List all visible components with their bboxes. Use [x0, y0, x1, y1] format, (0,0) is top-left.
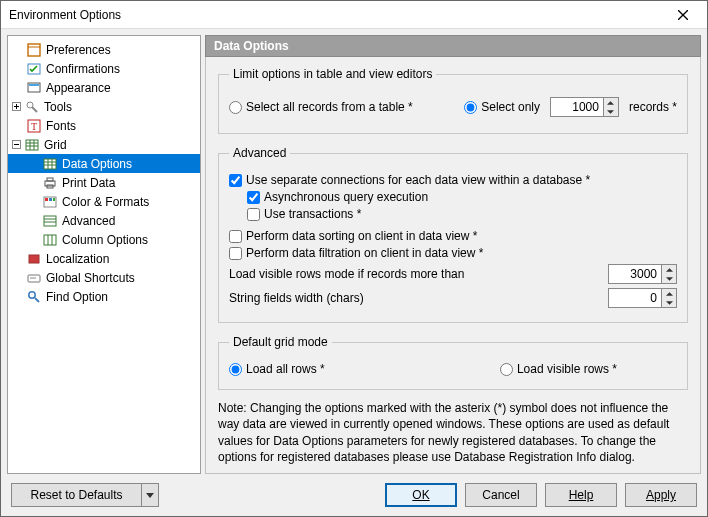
check-label: Use transactions *	[264, 207, 361, 221]
tree-label: Print Data	[62, 176, 115, 190]
spin-down[interactable]	[662, 298, 676, 307]
advanced-icon	[42, 213, 58, 229]
radio-load-visible-rows[interactable]: Load visible rows *	[500, 362, 617, 376]
window-title: Environment Options	[9, 8, 663, 22]
close-icon	[678, 10, 688, 20]
expander-icon[interactable]	[10, 139, 22, 151]
reset-to-defaults-splitbutton[interactable]: Reset to Defaults	[11, 483, 159, 507]
spin-up[interactable]	[604, 98, 618, 107]
check-sort-client[interactable]: Perform data sorting on client in data v…	[229, 229, 477, 243]
svg-rect-17	[47, 178, 53, 181]
check-label: Use separate connections for each data v…	[246, 173, 590, 187]
tree-item-localization[interactable]: Localization	[8, 249, 200, 268]
tree-item-column-options[interactable]: Column Options	[8, 230, 200, 249]
data-options-icon	[42, 156, 58, 172]
spin-down[interactable]	[604, 107, 618, 116]
button-label: Reset to Defaults	[30, 488, 122, 502]
appearance-icon	[26, 80, 42, 96]
spin-up[interactable]	[662, 289, 676, 298]
svg-point-27	[30, 277, 32, 279]
tree-item-tools[interactable]: Tools	[8, 97, 200, 116]
check-input[interactable]	[247, 208, 260, 221]
string-width-value[interactable]	[609, 289, 661, 307]
records-suffix: records *	[629, 100, 677, 114]
check-use-separate-connections[interactable]: Use separate connections for each data v…	[229, 173, 590, 187]
select-only-value[interactable]	[551, 98, 603, 116]
tree-label: Confirmations	[46, 62, 120, 76]
radio-label: Select only	[481, 100, 540, 114]
tree-label: Data Options	[62, 157, 132, 171]
asterisk-note: Note: Changing the options marked with t…	[218, 400, 688, 465]
radio-load-all-rows[interactable]: Load all rows *	[229, 362, 325, 376]
confirmations-icon	[26, 61, 42, 77]
limit-legend: Limit options in table and view editors	[229, 67, 436, 81]
check-async-query[interactable]: Asynchronous query execution	[247, 190, 428, 204]
button-label: Help	[569, 488, 594, 502]
spin-down[interactable]	[662, 274, 676, 283]
load-rows-spin[interactable]	[608, 264, 677, 284]
tree-item-data-options[interactable]: Data Options	[8, 154, 200, 173]
tree-label: Appearance	[46, 81, 111, 95]
radio-select-only-input[interactable]	[464, 101, 477, 114]
page-title: Data Options	[205, 35, 701, 57]
content-pane: Data Options Limit options in table and …	[205, 35, 701, 474]
expander-icon[interactable]	[10, 101, 22, 113]
titlebar: Environment Options	[1, 1, 707, 29]
tree-label: Localization	[46, 252, 109, 266]
check-filter-client[interactable]: Perform data filtration on client in dat…	[229, 246, 483, 260]
help-button[interactable]: Help	[545, 483, 617, 507]
tree-item-print-data[interactable]: Print Data	[8, 173, 200, 192]
tree-item-color-formats[interactable]: Color & Formats	[8, 192, 200, 211]
gridmode-legend: Default grid mode	[229, 335, 332, 349]
close-button[interactable]	[663, 3, 703, 27]
default-grid-mode-group: Default grid mode Load all rows * Load v…	[218, 335, 688, 390]
check-input[interactable]	[229, 247, 242, 260]
radio-select-all[interactable]: Select all records from a table *	[229, 100, 413, 114]
localization-icon	[26, 251, 42, 267]
tree-item-global-shortcuts[interactable]: Global Shortcuts	[8, 268, 200, 287]
tree-item-confirmations[interactable]: Confirmations	[8, 59, 200, 78]
grid-icon	[24, 137, 40, 153]
spin-up[interactable]	[662, 265, 676, 274]
check-input[interactable]	[229, 230, 242, 243]
tree-item-fonts[interactable]: T Fonts	[8, 116, 200, 135]
svg-rect-20	[45, 198, 48, 201]
tree-label: Global Shortcuts	[46, 271, 135, 285]
string-width-label: String fields width (chars)	[229, 291, 364, 305]
select-only-spin[interactable]	[550, 97, 619, 117]
ok-button[interactable]: OK	[385, 483, 457, 507]
check-input[interactable]	[247, 191, 260, 204]
svg-rect-21	[49, 198, 52, 201]
check-label: Asynchronous query execution	[264, 190, 428, 204]
string-width-spin[interactable]	[608, 288, 677, 308]
tree-item-preferences[interactable]: Preferences	[8, 40, 200, 59]
tree-item-find-option[interactable]: Find Option	[8, 287, 200, 306]
advanced-legend: Advanced	[229, 146, 290, 160]
svg-rect-26	[28, 275, 40, 282]
check-use-transactions[interactable]: Use transactions *	[247, 207, 361, 221]
reset-dropdown[interactable]	[141, 483, 159, 507]
environment-options-dialog: Environment Options Preferences Confirma…	[0, 0, 708, 517]
nav-tree[interactable]: Preferences Confirmations Appearance Too…	[7, 35, 201, 474]
cancel-button[interactable]: Cancel	[465, 483, 537, 507]
tree-label: Column Options	[62, 233, 148, 247]
tree-label: Advanced	[62, 214, 115, 228]
svg-rect-24	[44, 235, 56, 245]
radio-select-only[interactable]: Select only	[464, 100, 540, 114]
tree-item-grid[interactable]: Grid	[8, 135, 200, 154]
reset-to-defaults-button[interactable]: Reset to Defaults	[11, 483, 141, 507]
tree-label: Color & Formats	[62, 195, 149, 209]
tree-item-appearance[interactable]: Appearance	[8, 78, 200, 97]
fonts-icon: T	[26, 118, 42, 134]
radio-input[interactable]	[229, 363, 242, 376]
radio-input[interactable]	[500, 363, 513, 376]
check-input[interactable]	[229, 174, 242, 187]
button-label: Apply	[646, 488, 676, 502]
load-rows-value[interactable]	[609, 265, 661, 283]
apply-button[interactable]: Apply	[625, 483, 697, 507]
global-shortcuts-icon	[26, 270, 42, 286]
radio-select-all-input[interactable]	[229, 101, 242, 114]
button-label: OK	[412, 488, 429, 502]
tree-item-advanced[interactable]: Advanced	[8, 211, 200, 230]
check-label: Perform data filtration on client in dat…	[246, 246, 483, 260]
